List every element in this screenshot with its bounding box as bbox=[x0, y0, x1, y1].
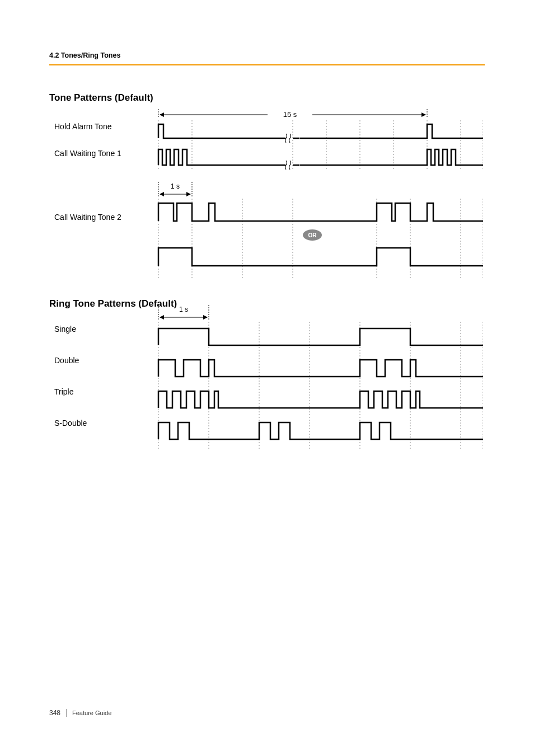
doc-title: Feature Guide bbox=[72, 710, 111, 716]
section-path: 4.2 Tones/Ring Tones bbox=[49, 51, 485, 59]
label-cw1: Call Waiting Tone 1 bbox=[54, 149, 121, 158]
label-s-double: S-Double bbox=[54, 419, 87, 428]
tone-section-title: Tone Patterns (Default) bbox=[49, 92, 485, 104]
label-hold-alarm: Hold Alarm Tone bbox=[54, 122, 111, 131]
page-footer: 348 Feature Guide bbox=[49, 709, 111, 717]
page-header: 4.2 Tones/Ring Tones bbox=[49, 51, 485, 65]
header-rule bbox=[49, 64, 485, 65]
ring-diagram: 1 s bbox=[49, 305, 485, 456]
label-1s-ring: 1 s bbox=[179, 306, 188, 313]
label-single: Single bbox=[54, 325, 76, 334]
page-number: 348 bbox=[49, 709, 60, 717]
label-triple: Triple bbox=[54, 387, 74, 396]
footer-separator bbox=[66, 709, 67, 717]
label-15s: 15 s bbox=[283, 110, 297, 119]
or-badge: OR bbox=[308, 232, 317, 238]
tone-diagram: 15 s bbox=[49, 109, 485, 283]
label-1s-cw2: 1 s bbox=[171, 182, 180, 190]
label-cw2: Call Waiting Tone 2 bbox=[54, 213, 121, 222]
label-double: Double bbox=[54, 356, 79, 365]
